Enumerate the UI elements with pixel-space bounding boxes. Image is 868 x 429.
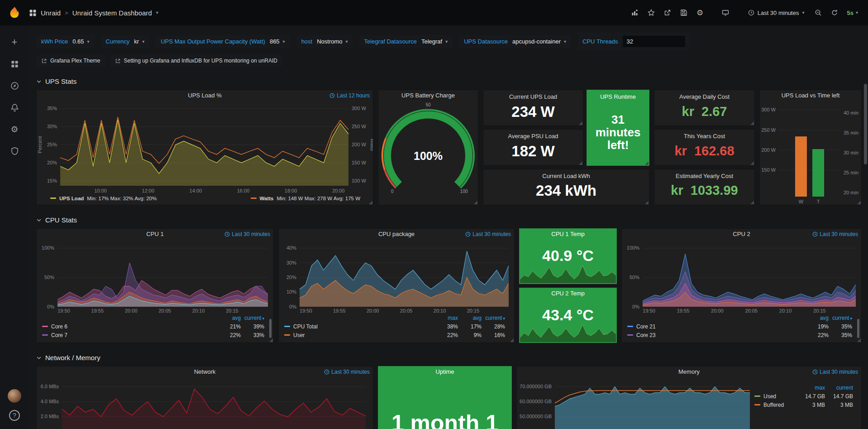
chevron-down-icon[interactable]: ▾ (156, 10, 158, 15)
panel-title[interactable]: Uptime (378, 366, 511, 377)
panel-title[interactable]: Network (37, 366, 373, 377)
panel-title[interactable]: UPS Load vs Time left (760, 90, 861, 101)
legend-header-current[interactable]: current (825, 385, 853, 391)
panel-title[interactable]: UPS Runtime (587, 92, 649, 102)
panel-resize-handle[interactable] (750, 161, 754, 165)
panel-resize-handle[interactable] (579, 121, 582, 125)
panel-resize-handle[interactable] (474, 201, 477, 204)
panel-title[interactable]: CPU 1 Temp (520, 229, 616, 240)
ups-load-vs-time-chart[interactable]: 300 W250 W200 W150 W40 min35 min30 min25… (760, 101, 861, 205)
refresh-button[interactable] (827, 6, 842, 19)
sidebar-item-configuration[interactable]: ⚙ (6, 121, 23, 137)
panel-resize-handle[interactable] (750, 201, 754, 204)
stat-value: kr 2.67 (682, 105, 727, 118)
ups-load-chart[interactable]: 35%30%25%20%15%300 W250 W200 W150 W100 W… (37, 101, 373, 194)
legend-series[interactable]: Buffered (754, 402, 797, 408)
legend-item[interactable]: Watts Min: 148 W Max: 278 W Avg: 175 W (251, 196, 360, 201)
add-panel-button[interactable] (628, 6, 642, 19)
cycle-view-mode-button[interactable] (718, 6, 733, 19)
network-chart[interactable]: 6.0 MBs4.0 MBs2.0 MBs (37, 377, 373, 429)
dashboard-settings-button[interactable]: ⚙ (693, 6, 707, 19)
section-ups-stats[interactable]: UPS Stats (36, 77, 862, 85)
zoom-out-time-button[interactable] (811, 6, 825, 19)
panel-title[interactable]: Current Load kWh (483, 171, 649, 182)
time-range-picker[interactable]: Last 30 minutes ▾ (744, 6, 809, 19)
section-cpu-stats[interactable]: CPU Stats (36, 216, 862, 224)
sidebar-item-alerting[interactable] (6, 100, 23, 115)
page-scrollbar[interactable] (864, 84, 867, 164)
breadcrumb-app[interactable]: Unraid (41, 9, 61, 17)
legend-series[interactable]: Core 23 (627, 332, 805, 338)
sidebar-item-server-admin[interactable] (6, 143, 23, 159)
panel-title[interactable]: Estimated Yearly Cost (654, 171, 754, 182)
legend-scrollbar[interactable] (857, 319, 859, 338)
panel-cpu-package: CPU package Last 30 minutes 40%30%20%10%… (278, 228, 515, 343)
panel-resize-handle[interactable] (857, 201, 861, 204)
legend-header-current[interactable]: current▾ (482, 315, 505, 321)
variable-ups-datasource[interactable]: UPS Datasource apcupsd-container ▾ (459, 35, 571, 48)
legend-header-max[interactable]: max (797, 385, 825, 391)
panel-title[interactable]: CPU 2 Temp (520, 288, 616, 299)
memory-chart[interactable]: 70.000000 GB60.000000 GB50.000000 GB (517, 377, 754, 429)
grafana-logo[interactable] (0, 0, 29, 25)
legend-header-max[interactable]: max (434, 315, 458, 321)
legend-series[interactable]: Core 7 (42, 332, 217, 338)
section-network-memory[interactable]: Network / Memory (36, 354, 862, 362)
panel-title[interactable]: Memory (517, 366, 861, 377)
apps-grid-icon[interactable] (29, 9, 37, 17)
panel-resize-handle[interactable] (612, 338, 616, 342)
template-variables-row: kWh Price 0.65 ▾ Currency kr ▾ UPS Max O… (36, 33, 862, 50)
sidebar-item-create[interactable]: + (6, 34, 23, 50)
variable-ups-max-output[interactable]: UPS Max Output Power Capacity (Watt) 865… (156, 35, 290, 48)
sidebar-item-help[interactable]: ? (9, 410, 20, 421)
panel-title[interactable]: Average PSU Load (483, 131, 583, 142)
variable-currency[interactable]: Currency kr ▾ (101, 35, 150, 48)
panel-resize-handle[interactable] (510, 338, 514, 342)
page-title[interactable]: Unraid System Dashboard (72, 9, 152, 17)
legend-scrollbar[interactable] (269, 319, 272, 338)
panel-resize-handle[interactable] (857, 338, 861, 342)
panel-cpu-2: CPU 2 Last 30 minutes 100%50%0%19:5019:5… (621, 228, 862, 343)
user-avatar[interactable] (8, 389, 21, 403)
dashboard-link-grafana-plex-theme[interactable]: Grafana Plex Theme (36, 55, 105, 67)
refresh-interval-picker[interactable]: 5s ▾ (844, 6, 862, 19)
save-dashboard-button[interactable] (677, 6, 691, 19)
stat-value: 43.4 °C (520, 306, 616, 324)
panel-title[interactable]: UPS Battery Charge (378, 90, 478, 101)
cpu1-chart[interactable]: 100%50%0%19:5019:5520:0020:0520:1020:15 (37, 240, 273, 314)
legend-series[interactable]: Used (754, 393, 797, 400)
variable-host[interactable]: host Nostromo ▾ (296, 35, 353, 48)
legend-series[interactable]: Core 21 (627, 323, 805, 330)
panel-resize-handle[interactable] (645, 161, 649, 165)
panel-resize-handle[interactable] (369, 201, 372, 204)
legend-table: max avg current▾ CPU Total 38% 17% 28% U… (279, 314, 514, 342)
panel-title[interactable]: Average Daily Cost (654, 92, 754, 102)
legend-header-avg[interactable]: avg (458, 315, 482, 321)
cpu-threads-input[interactable]: 32 (623, 36, 685, 47)
panel-resize-handle[interactable] (612, 280, 616, 283)
legend-header-avg[interactable]: avg (805, 315, 829, 321)
panel-title[interactable]: UPS Load % (37, 90, 373, 101)
panel-title[interactable]: This Years Cost (654, 131, 754, 142)
legend-series[interactable]: CPU Total (284, 323, 434, 330)
panel-resize-handle[interactable] (579, 161, 582, 165)
variable-telegraf-datasource[interactable]: Telegraf Datasource Telegraf ▾ (359, 35, 453, 48)
legend-item[interactable]: UPS Load Min: 17% Max: 32% Avg: 20% (50, 196, 157, 201)
panel-title[interactable]: Current UPS Load (483, 92, 583, 102)
legend-header-current[interactable]: current▾ (829, 315, 852, 321)
sidebar-item-explore[interactable] (6, 78, 23, 93)
variable-kwh-price[interactable]: kWh Price 0.65 ▾ (36, 35, 95, 48)
share-dashboard-button[interactable] (660, 6, 675, 19)
cpu-package-chart[interactable]: 40%30%20%10%0%19:5019:5520:0020:0520:102… (279, 240, 514, 314)
panel-resize-handle[interactable] (645, 201, 649, 204)
star-dashboard-button[interactable] (644, 6, 658, 19)
cpu2-chart[interactable]: 100%50%0%19:5019:5520:0020:0520:1020:15 (622, 240, 861, 314)
panel-resize-handle[interactable] (750, 121, 754, 125)
legend-header-avg[interactable]: avg (217, 315, 241, 321)
panel-resize-handle[interactable] (269, 338, 273, 342)
sidebar-item-dashboards[interactable] (6, 56, 23, 72)
dashboard-link-ups-monitoring-guide[interactable]: Setting up Grafana and InfluxDB for UPS … (110, 55, 283, 67)
legend-series[interactable]: Core 6 (42, 323, 217, 330)
legend-header-current[interactable]: current▾ (241, 315, 264, 321)
legend-series[interactable]: User (284, 332, 434, 338)
